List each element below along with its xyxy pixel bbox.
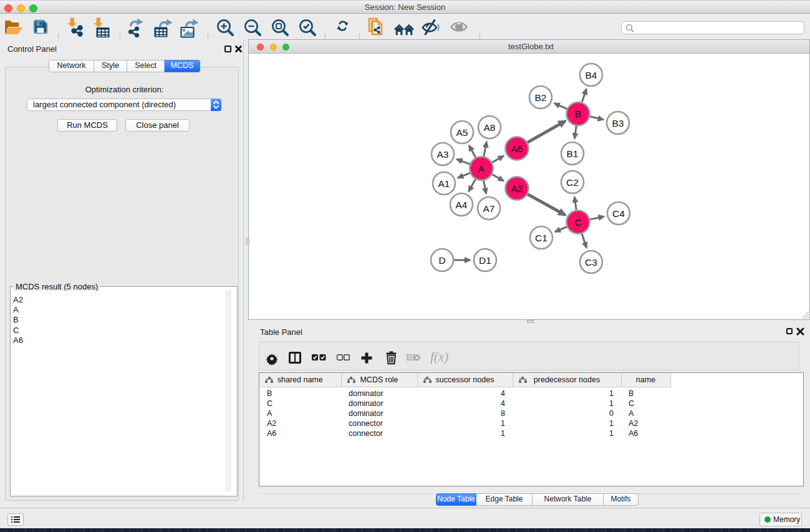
svg-text:C2: C2 [566, 177, 579, 188]
svg-text:D: D [438, 255, 445, 266]
svg-text:C4: C4 [612, 208, 625, 219]
svg-text:A2: A2 [511, 183, 523, 194]
svg-text:C1: C1 [535, 233, 547, 243]
svg-text:B1: B1 [567, 148, 579, 159]
svg-text:A5: A5 [456, 127, 468, 138]
svg-text:B: B [575, 109, 581, 119]
svg-text:A8: A8 [484, 122, 496, 133]
svg-text:D1: D1 [479, 255, 491, 266]
svg-text:A4: A4 [456, 200, 468, 210]
svg-text:C: C [574, 217, 581, 228]
svg-text:A1: A1 [438, 178, 450, 189]
svg-text:A: A [478, 163, 485, 174]
svg-text:A6: A6 [511, 143, 523, 154]
svg-text:A7: A7 [483, 203, 495, 214]
svg-text:B3: B3 [612, 118, 624, 128]
svg-text:B4: B4 [586, 70, 597, 80]
svg-text:C3: C3 [585, 257, 597, 268]
svg-text:A3: A3 [437, 149, 449, 160]
svg-text:B2: B2 [535, 92, 547, 103]
